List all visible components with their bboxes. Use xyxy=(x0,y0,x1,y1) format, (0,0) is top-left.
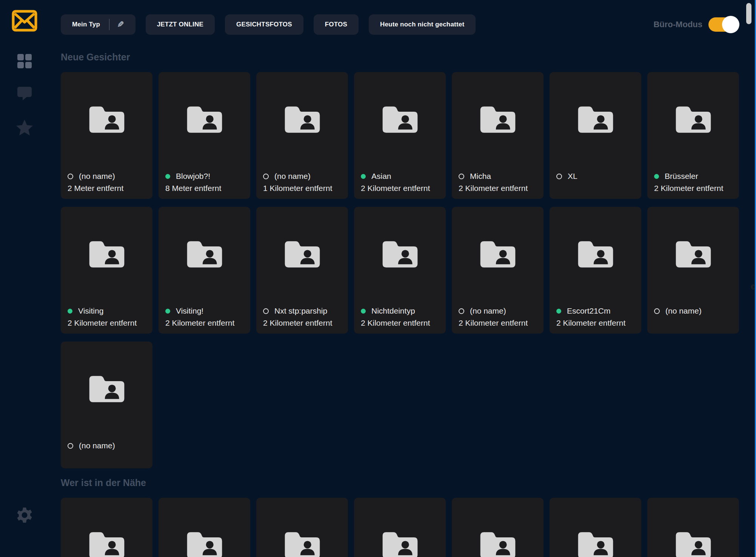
profile-distance: 2 Kilometer entfernt xyxy=(165,317,246,329)
profile-placeholder-icon xyxy=(87,530,127,557)
profile-card[interactable] xyxy=(354,498,446,557)
profile-placeholder-icon xyxy=(478,105,518,136)
chat-icon[interactable] xyxy=(17,86,32,103)
profile-card[interactable]: (no name) xyxy=(647,207,739,334)
profile-name: XL xyxy=(568,172,577,181)
profile-distance: 1 Kilometer entfernt xyxy=(263,182,344,194)
profile-card[interactable]: Visiting2 Kilometer entfernt xyxy=(61,207,152,334)
app-logo-envelope-icon[interactable] xyxy=(12,10,37,32)
filter-chip-label: GESICHTSFOTOS xyxy=(236,21,292,28)
profile-card[interactable]: Escort21Cm2 Kilometer entfernt xyxy=(550,207,641,334)
profile-placeholder-icon xyxy=(380,239,420,271)
profile-info: (no name) xyxy=(654,305,735,329)
pencil-icon[interactable]: ✎ xyxy=(117,20,124,29)
profile-info: Brüsseler2 Kilometer entfernt xyxy=(654,170,735,194)
profile-name: Visiting xyxy=(78,306,103,315)
profile-placeholder-icon xyxy=(282,239,322,271)
profile-grid: (no name)2 Meter entfernt Blowjob?!8 Met… xyxy=(61,72,739,468)
filter-chip-mein-typ[interactable]: Mein Typ✎ xyxy=(61,14,135,35)
filter-chip-gesichtsfotos[interactable]: GESICHTSFOTOS xyxy=(225,14,303,35)
distance-spacer xyxy=(654,317,735,329)
online-status-dot xyxy=(68,309,72,314)
office-mode-toggle[interactable] xyxy=(708,17,738,32)
office-mode: Büro-Modus xyxy=(653,17,738,32)
offline-status-dot xyxy=(556,174,562,179)
profile-grid xyxy=(61,498,739,557)
profile-card[interactable] xyxy=(61,498,152,557)
online-status-dot xyxy=(361,174,366,179)
filter-chip-jetzt-online[interactable]: JETZT ONLINE xyxy=(146,14,215,35)
sidebar xyxy=(0,0,49,557)
offline-status-dot xyxy=(459,174,464,179)
profile-card[interactable] xyxy=(647,498,739,557)
profile-placeholder-icon xyxy=(576,105,616,136)
section-title: Wer ist in der Nähe xyxy=(61,477,739,488)
offline-status-dot xyxy=(263,308,269,314)
profile-distance: 2 Kilometer entfernt xyxy=(556,317,637,329)
profile-name: (no name) xyxy=(274,172,311,181)
profile-placeholder-icon xyxy=(380,105,420,136)
profile-name: (no name) xyxy=(665,306,702,315)
profile-placeholder-icon xyxy=(87,105,127,136)
profile-card[interactable] xyxy=(452,498,544,557)
profile-card[interactable]: Blowjob?!8 Meter entfernt xyxy=(159,72,250,199)
scrollbar-thumb[interactable] xyxy=(746,3,751,24)
distance-spacer xyxy=(68,452,149,464)
profile-name: Asian xyxy=(371,172,391,181)
profile-placeholder-icon xyxy=(673,239,713,271)
profile-card[interactable]: (no name) xyxy=(61,342,152,468)
profile-info: XL xyxy=(556,170,637,194)
filter-chip-label: Heute noch nicht gechattet xyxy=(380,21,464,28)
chip-divider xyxy=(109,19,109,30)
profile-card[interactable] xyxy=(550,498,641,557)
browse-grid: Neue Gesichter (no name)2 Meter entfernt… xyxy=(61,35,739,557)
profile-info: Nichtdeintyp2 Kilometer entfernt xyxy=(361,305,442,329)
profile-placeholder-icon xyxy=(478,530,518,557)
filter-chip-label: FOTOS xyxy=(325,21,347,28)
profile-placeholder-icon xyxy=(87,239,127,271)
profile-info: Nxt stp:parship2 Kilometer entfernt xyxy=(263,305,344,329)
gear-icon[interactable] xyxy=(16,507,33,525)
profile-placeholder-icon xyxy=(282,105,322,136)
profile-card[interactable] xyxy=(159,498,250,557)
profile-distance: 2 Kilometer entfernt xyxy=(361,317,442,329)
profile-card[interactable]: XL xyxy=(550,72,641,199)
profile-info: Visiting!2 Kilometer entfernt xyxy=(165,305,246,329)
profile-info: (no name)1 Kilometer entfernt xyxy=(263,170,344,194)
filter-chip-heute-noch-nicht-gechattet[interactable]: Heute noch nicht gechattet xyxy=(369,14,476,35)
profile-card[interactable] xyxy=(256,498,348,557)
profile-card[interactable]: Nichtdeintyp2 Kilometer entfernt xyxy=(354,207,446,334)
profile-info: Visiting2 Kilometer entfernt xyxy=(68,305,149,329)
profile-info: Blowjob?!8 Meter entfernt xyxy=(165,170,246,194)
profile-placeholder-icon xyxy=(478,239,518,271)
profile-placeholder-icon xyxy=(185,239,225,271)
profile-distance: 2 Kilometer entfernt xyxy=(361,182,442,194)
profile-placeholder-icon xyxy=(673,105,713,136)
profile-card[interactable]: (no name)2 Kilometer entfernt xyxy=(452,207,544,334)
online-status-dot xyxy=(556,309,561,314)
profile-distance: 2 Kilometer entfernt xyxy=(459,317,540,329)
profile-card[interactable]: Asian2 Kilometer entfernt xyxy=(354,72,446,199)
profile-placeholder-icon xyxy=(185,105,225,136)
profile-card[interactable]: Brüsseler2 Kilometer entfernt xyxy=(647,72,739,199)
profile-name: Nichtdeintyp xyxy=(371,306,415,315)
grid-icon[interactable] xyxy=(17,53,32,71)
profile-name: Nxt stp:parship xyxy=(274,306,327,315)
profile-info: Micha2 Kilometer entfernt xyxy=(459,170,540,194)
filter-chip-fotos[interactable]: FOTOS xyxy=(314,14,359,35)
profile-info: (no name) xyxy=(68,440,149,464)
profile-card[interactable]: Micha2 Kilometer entfernt xyxy=(452,72,544,199)
profile-placeholder-icon xyxy=(380,530,420,557)
profile-card[interactable]: (no name)1 Kilometer entfernt xyxy=(256,72,348,199)
offline-status-dot xyxy=(654,308,660,314)
section-title: Neue Gesichter xyxy=(61,51,739,63)
profile-card[interactable]: (no name)2 Meter entfernt xyxy=(61,72,152,199)
profile-distance: 2 Kilometer entfernt xyxy=(68,317,149,329)
offline-status-dot xyxy=(68,443,73,449)
profile-placeholder-icon xyxy=(576,530,616,557)
online-status-dot xyxy=(361,309,366,314)
star-icon[interactable] xyxy=(16,119,33,137)
profile-card[interactable]: Visiting!2 Kilometer entfernt xyxy=(159,207,250,334)
profile-card[interactable]: Nxt stp:parship2 Kilometer entfernt xyxy=(256,207,348,334)
offline-status-dot xyxy=(263,174,269,179)
